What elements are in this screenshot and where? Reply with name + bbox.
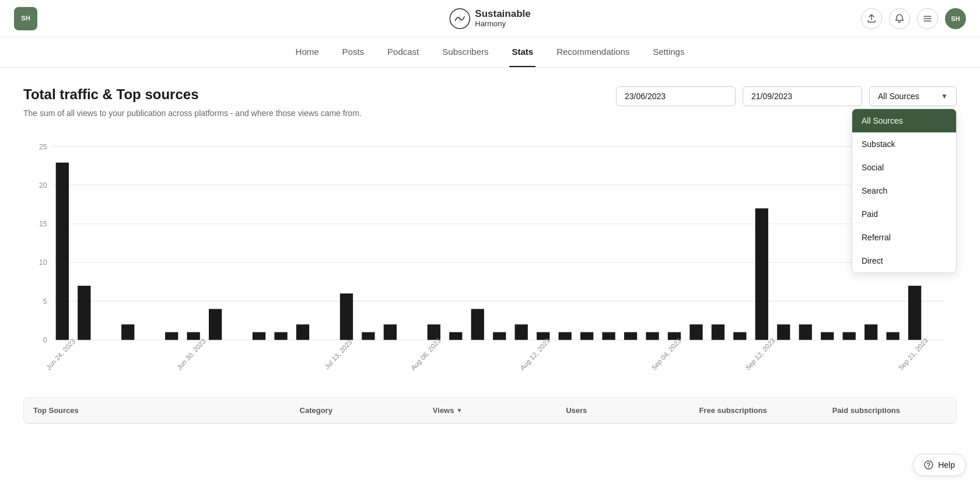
share-button[interactable]: [861, 8, 882, 29]
filter-row: All Sources ▼ All Sources Substack Socia…: [616, 86, 957, 106]
avatar-text: SH: [951, 15, 960, 22]
svg-rect-19: [253, 332, 265, 340]
svg-rect-38: [712, 324, 724, 340]
svg-rect-25: [428, 324, 440, 340]
th-free-subscriptions: Free subscriptions: [690, 398, 822, 423]
svg-rect-28: [493, 332, 506, 340]
th-category: Category: [290, 398, 424, 423]
chevron-down-icon: ▼: [941, 92, 948, 100]
table-header-row: Top Sources Category Views ▼ Users Free …: [24, 398, 956, 424]
svg-rect-23: [362, 332, 374, 340]
main-content: Total traffic & Top sources The sum of a…: [0, 68, 980, 443]
logo-text: Sustainable Harmony: [475, 9, 530, 29]
svg-rect-44: [843, 332, 856, 340]
svg-rect-45: [864, 324, 877, 340]
svg-rect-16: [165, 332, 178, 340]
svg-rect-17: [187, 332, 200, 340]
th-top-sources: Top Sources: [24, 398, 290, 423]
dropdown-item-direct[interactable]: Direct: [852, 249, 956, 272]
header: SH Sustainable Harmony SH: [0, 0, 980, 37]
page-header: Total traffic & Top sources The sum of a…: [23, 86, 957, 120]
svg-text:Sep 04, 2023: Sep 04, 2023: [650, 337, 682, 372]
th-users: Users: [556, 398, 690, 423]
page-subtitle: The sum of all views to your publication…: [23, 107, 362, 120]
dropdown-item-substack[interactable]: Substack: [852, 132, 956, 156]
bar-chart: 25 20 15 10 5 0: [23, 134, 957, 379]
svg-rect-15: [121, 324, 134, 340]
dropdown-item-paid[interactable]: Paid: [852, 202, 956, 226]
svg-text:0: 0: [43, 335, 47, 345]
svg-rect-34: [624, 332, 637, 340]
svg-text:Aug 12, 2023: Aug 12, 2023: [519, 337, 551, 372]
nav-item-home[interactable]: Home: [293, 37, 321, 67]
nav-item-recommendations[interactable]: Recommendations: [554, 37, 632, 67]
chart-container: 25 20 15 10 5 0: [23, 134, 957, 379]
svg-rect-14: [78, 286, 90, 340]
svg-text:Jun 24, 2023: Jun 24, 2023: [45, 337, 76, 371]
svg-text:Sep 21, 2023: Sep 21, 2023: [897, 337, 929, 372]
nav-item-settings[interactable]: Settings: [650, 37, 687, 67]
svg-rect-27: [471, 309, 484, 340]
svg-rect-21: [296, 324, 309, 340]
logo-svg: [449, 8, 470, 29]
svg-rect-47: [908, 286, 921, 340]
svg-rect-31: [558, 332, 571, 340]
date-to-input[interactable]: [743, 86, 862, 106]
sort-icon: ▼: [456, 407, 462, 414]
svg-rect-22: [340, 293, 353, 340]
dropdown-item-search[interactable]: Search: [852, 179, 956, 202]
main-nav: Home Posts Podcast Subscribers Stats Rec…: [0, 37, 980, 68]
header-logo: Sustainable Harmony: [449, 8, 530, 29]
svg-rect-35: [646, 332, 659, 340]
svg-rect-43: [821, 332, 834, 340]
svg-rect-26: [449, 332, 462, 340]
th-paid-subscriptions: Paid subscriptions: [823, 398, 956, 423]
dropdown-item-social[interactable]: Social: [852, 156, 956, 179]
nav-item-podcast[interactable]: Podcast: [385, 37, 421, 67]
source-dropdown-button[interactable]: All Sources ▼: [869, 86, 957, 106]
menu-button[interactable]: [917, 8, 938, 29]
date-from-input[interactable]: [616, 86, 736, 106]
svg-text:10: 10: [39, 258, 47, 267]
svg-rect-32: [580, 332, 593, 340]
th-views[interactable]: Views ▼: [424, 398, 556, 423]
page-title: Total traffic & Top sources: [23, 86, 362, 103]
svg-rect-46: [886, 332, 899, 340]
source-filter: All Sources ▼ All Sources Substack Socia…: [869, 86, 957, 106]
svg-rect-42: [799, 324, 812, 340]
avatar-button[interactable]: SH: [945, 8, 966, 29]
nav-item-subscribers[interactable]: Subscribers: [440, 37, 491, 67]
svg-text:Jul 13, 2023: Jul 13, 2023: [323, 338, 354, 370]
svg-text:5: 5: [43, 296, 47, 306]
svg-rect-24: [384, 324, 397, 340]
svg-rect-18: [209, 309, 222, 340]
svg-rect-41: [777, 324, 790, 340]
svg-rect-13: [56, 163, 69, 340]
svg-text:Jun 30, 2023: Jun 30, 2023: [175, 337, 206, 371]
source-dropdown-label: All Sources: [878, 92, 919, 101]
svg-text:15: 15: [39, 219, 47, 229]
nav-item-stats[interactable]: Stats: [509, 37, 536, 67]
svg-text:Sep 12, 2023: Sep 12, 2023: [744, 337, 776, 372]
dropdown-item-referral[interactable]: Referral: [852, 226, 956, 249]
top-sources-table: Top Sources Category Views ▼ Users Free …: [23, 397, 957, 424]
title-section: Total traffic & Top sources The sum of a…: [23, 86, 362, 120]
nav-item-posts[interactable]: Posts: [340, 37, 367, 67]
app-icon: SH: [14, 7, 37, 30]
svg-rect-37: [690, 324, 702, 340]
th-views-label: Views: [433, 406, 454, 415]
svg-rect-40: [755, 208, 768, 340]
header-left: SH: [14, 7, 37, 30]
svg-text:20: 20: [39, 180, 47, 190]
notifications-button[interactable]: [889, 8, 910, 29]
svg-text:25: 25: [39, 142, 47, 151]
svg-rect-39: [733, 332, 746, 340]
source-dropdown-menu: All Sources Substack Social Search Paid …: [852, 108, 957, 273]
svg-rect-29: [515, 324, 528, 340]
svg-rect-20: [274, 332, 287, 340]
svg-text:Aug 06, 2023: Aug 06, 2023: [410, 337, 442, 372]
svg-rect-33: [602, 332, 615, 340]
dropdown-item-all-sources[interactable]: All Sources: [852, 109, 956, 132]
header-right: SH: [861, 8, 966, 29]
